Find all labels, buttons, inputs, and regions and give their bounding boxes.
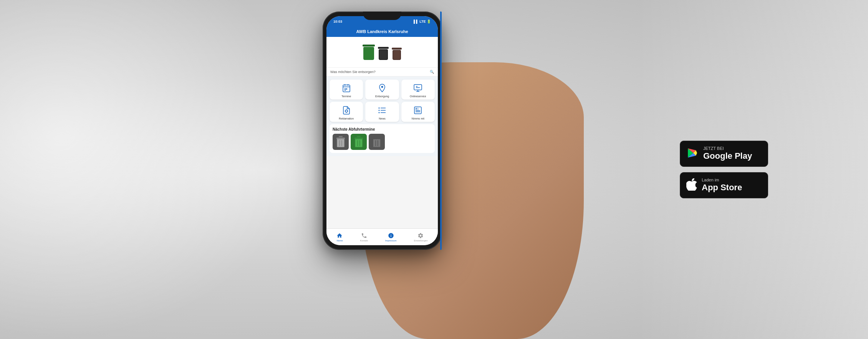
nav-item-impressum[interactable]: Impressum	[385, 233, 397, 242]
app-store-small-text: Laden im	[702, 178, 742, 183]
svg-rect-29	[337, 139, 344, 147]
bin-container	[363, 45, 402, 60]
location-icon	[377, 83, 388, 93]
menu-item-news[interactable]: News	[365, 102, 399, 122]
apple-icon	[686, 178, 697, 192]
app-store-large-text: App Store	[702, 183, 742, 193]
status-time: 10:03	[333, 20, 342, 23]
search-icon: 🔍	[430, 70, 434, 74]
google-play-text: JETZT BEI Google Play	[703, 146, 752, 161]
menu-item-nimms-mit[interactable]: Nimms mit	[401, 102, 435, 122]
newspaper-icon	[412, 105, 423, 116]
menu-grid: Termine Entsorgung	[330, 80, 435, 122]
svg-rect-4	[345, 88, 346, 90]
nav-label-kontakt: Kontakt	[360, 239, 368, 242]
svg-rect-6	[345, 90, 346, 91]
bin-tabs	[333, 134, 432, 150]
brown-bin-lid	[392, 48, 402, 50]
nav-label-impressum: Impressum	[385, 239, 397, 242]
bin-tab-green[interactable]	[351, 134, 367, 150]
google-play-large-text: Google Play	[703, 151, 752, 161]
nav-label-einstellungen: Einstellungen	[414, 239, 427, 242]
menu-item-reklamation[interactable]: Reklamation	[330, 102, 363, 122]
list-icon	[377, 105, 388, 116]
termine-title: Nächste Abfuhrtermine	[333, 127, 432, 131]
svg-rect-5	[346, 88, 347, 90]
brown-bin-body	[393, 50, 401, 60]
svg-rect-8	[414, 85, 422, 90]
green-bin	[363, 45, 375, 60]
svg-rect-40	[373, 138, 381, 139]
menu-item-onlineservice[interactable]: Onlineservice	[401, 80, 435, 100]
app-title: AWB Landkreis Karlsruhe	[356, 29, 408, 34]
svg-point-13	[345, 110, 348, 112]
main-content: Termine Entsorgung	[326, 76, 438, 156]
status-icons: ▌▌ LTE 🔋	[414, 20, 431, 23]
phone-hand-container: 10:03 ▌▌ LTE 🔋 AWB Landkreis Karlsruhe	[261, 0, 607, 339]
menu-item-entsorgung[interactable]: Entsorgung	[365, 80, 399, 100]
bin-tab-dark[interactable]	[369, 134, 385, 150]
phone: 10:03 ▌▌ LTE 🔋 AWB Landkreis Karlsruhe	[323, 12, 442, 250]
black-bin-body	[379, 49, 388, 60]
menu-label-news: News	[379, 117, 386, 120]
bin-tab-grey[interactable]	[333, 134, 349, 150]
app-store-text: Laden im App Store	[702, 178, 742, 193]
termine-section: Nächste Abfuhrtermine	[330, 124, 435, 153]
svg-point-7	[381, 86, 383, 88]
app-header: AWB Landkreis Karlsruhe	[326, 27, 438, 37]
svg-rect-30	[336, 138, 345, 139]
menu-label-reklamation: Reklamation	[339, 117, 354, 120]
svg-point-23	[378, 112, 379, 113]
svg-point-22	[378, 110, 379, 111]
google-play-small-text: JETZT BEI	[703, 146, 752, 151]
svg-rect-28	[416, 108, 417, 110]
menu-label-entsorgung: Entsorgung	[375, 95, 389, 98]
hero-image	[326, 37, 438, 68]
svg-rect-35	[354, 138, 363, 139]
google-play-badge[interactable]: JETZT BEI Google Play	[680, 141, 768, 167]
green-bin-body	[363, 47, 374, 60]
menu-label-termine: Termine	[341, 95, 351, 98]
phone-notch	[363, 12, 401, 20]
monitor-icon	[412, 83, 423, 93]
bottom-nav: Home Kontakt Impressum	[326, 228, 438, 245]
search-area[interactable]: Was möchten Sie entsorgen? 🔍	[326, 68, 438, 76]
menu-item-termine[interactable]: Termine	[330, 80, 363, 100]
nav-item-home[interactable]: Home	[336, 233, 343, 242]
nav-label-home: Home	[336, 239, 343, 242]
menu-label-onlineservice: Onlineservice	[410, 95, 426, 98]
black-bin	[378, 47, 389, 60]
green-bin-lid	[363, 45, 375, 47]
menu-label-nimms-mit: Nimms mit	[412, 117, 424, 120]
svg-rect-39	[373, 139, 380, 147]
brown-bin	[392, 48, 402, 60]
calendar-icon	[341, 83, 352, 93]
nav-item-kontakt[interactable]: Kontakt	[360, 233, 368, 242]
store-badges: JETZT BEI Google Play Laden im App Store	[680, 141, 768, 198]
search-placeholder: Was möchten Sie entsorgen?	[330, 70, 376, 74]
svg-point-21	[378, 108, 379, 109]
phone-screen: 10:03 ▌▌ LTE 🔋 AWB Landkreis Karlsruhe	[326, 16, 438, 245]
nav-item-einstellungen[interactable]: Einstellungen	[414, 233, 427, 242]
scroll-content: Termine Entsorgung	[326, 76, 438, 228]
scroll-indicator	[440, 12, 442, 250]
google-play-icon	[686, 147, 699, 161]
document-gear-icon	[341, 105, 352, 116]
black-bin-lid	[378, 47, 389, 49]
svg-rect-34	[355, 139, 362, 147]
app-store-badge[interactable]: Laden im App Store	[680, 172, 768, 198]
